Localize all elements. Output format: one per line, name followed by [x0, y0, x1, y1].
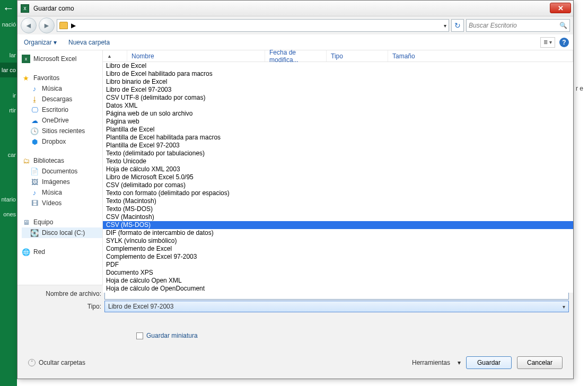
col-name[interactable]: Nombre: [127, 50, 265, 62]
back-arrow-icon[interactable]: ←: [0, 0, 17, 17]
nav-forward-button[interactable]: ►: [39, 17, 55, 33]
titlebar: Guardar como ✕: [17, 1, 573, 16]
new-folder-button[interactable]: Nueva carpeta: [68, 39, 110, 46]
save-button[interactable]: Guardar: [466, 356, 512, 369]
organize-menu[interactable]: Organizar ▾: [24, 39, 57, 46]
type-option[interactable]: Plantilla de Excel 97-2003: [103, 142, 573, 150]
type-option[interactable]: Texto Unicode: [103, 157, 573, 165]
breadcrumb-separator: ▶: [71, 22, 76, 29]
type-option[interactable]: Complemento de Excel 97-2003: [103, 253, 573, 261]
sidebar-item-favorites[interactable]: ★Favoritos: [22, 73, 102, 83]
ribbon-item[interactable]: ntario: [0, 192, 17, 207]
sidebar-item-localdisk[interactable]: 💽Disco local (C:): [22, 227, 102, 238]
sidebar-item-excel[interactable]: xMicrosoft Excel: [22, 54, 102, 64]
type-option[interactable]: SYLK (vínculo simbólico): [103, 237, 573, 245]
help-icon[interactable]: ?: [559, 38, 569, 47]
type-option[interactable]: Plantilla de Excel habilitada para macro…: [103, 134, 573, 142]
libraries-icon: 🗂: [22, 156, 30, 165]
sidebar-item-videos[interactable]: 🎞Vídeos: [22, 198, 102, 208]
address-dropdown-icon[interactable]: ▾: [444, 23, 446, 29]
col-size[interactable]: Tamaño: [388, 50, 573, 62]
search-icon: 🔍: [559, 22, 567, 29]
thumbnail-label: Guardar miniatura: [146, 332, 198, 339]
type-dropdown-list[interactable]: Libro de ExcelLibro de Excel habilitado …: [103, 62, 573, 293]
sidebar-item-music[interactable]: ♪Música: [22, 83, 102, 94]
ribbon-item[interactable]: rtir: [0, 103, 17, 118]
thumbnail-checkbox[interactable]: [136, 332, 143, 339]
images-icon: 🖼: [30, 178, 39, 186]
computer-icon: 🖥: [22, 218, 30, 226]
search-placeholder: Buscar Escritorio: [469, 22, 559, 29]
ribbon-item[interactable]: lar co: [0, 63, 17, 77]
type-option[interactable]: CSV UTF-8 (delimitado por comas): [103, 94, 573, 102]
type-option[interactable]: Libro de Excel habilitado para macros: [103, 70, 573, 78]
type-option[interactable]: PDF: [103, 261, 573, 269]
search-input[interactable]: Buscar Escritorio 🔍: [466, 19, 570, 32]
type-option[interactable]: Página web: [103, 118, 573, 126]
col-date[interactable]: Fecha de modifica...: [265, 50, 327, 62]
type-option[interactable]: DIF (formato de intercambio de datos): [103, 229, 573, 237]
sidebar-item-desktop[interactable]: 🖵Escritorio: [22, 104, 102, 115]
ribbon-item[interactable]: lar: [0, 48, 17, 63]
ribbon-item[interactable]: ones: [0, 207, 17, 222]
star-icon: ★: [22, 74, 30, 82]
type-option[interactable]: Texto con formato (delimitado por espaci…: [103, 189, 573, 197]
type-option[interactable]: Hoja de cálculo Open XML: [103, 277, 573, 285]
downloads-icon: ⭳: [30, 95, 39, 103]
sidebar-item-music2[interactable]: ♪Música: [22, 187, 102, 198]
refresh-button[interactable]: ↻: [451, 19, 464, 32]
type-option[interactable]: Texto (MS-DOS): [103, 205, 573, 213]
cancel-button[interactable]: Cancelar: [517, 356, 563, 369]
chevron-down-icon: ▾: [458, 359, 461, 366]
chevron-down-icon: ▾: [563, 304, 565, 310]
sidebar-item-dropbox[interactable]: ⬢Dropbox: [22, 136, 102, 147]
type-option[interactable]: Libro de Excel: [103, 62, 573, 70]
sidebar-item-onedrive[interactable]: ☁OneDrive: [22, 115, 102, 126]
address-bar[interactable]: ▶ ▾: [57, 19, 449, 32]
close-button[interactable]: ✕: [550, 3, 571, 13]
excel-app-icon: [21, 4, 29, 13]
documents-icon: 📄: [30, 167, 39, 176]
chevron-up-icon: ˄: [28, 359, 36, 366]
type-option[interactable]: Documento XPS: [103, 269, 573, 277]
type-option[interactable]: Texto (delimitado por tabulaciones): [103, 150, 573, 157]
type-option[interactable]: Hoja de cálculo de OpenDocument: [103, 285, 573, 293]
drive-icon: 💽: [30, 229, 39, 237]
type-option[interactable]: CSV (MS-DOS): [103, 221, 573, 229]
type-option[interactable]: CSV (delimitado por comas): [103, 181, 573, 189]
ribbon-item[interactable]: car: [0, 147, 17, 162]
type-option[interactable]: Hoja de cálculo XML 2003: [103, 165, 573, 173]
col-checkbox[interactable]: ▲: [103, 50, 127, 62]
type-value: Libro de Excel 97-2003: [108, 303, 173, 310]
nav-back-button[interactable]: ◄: [21, 17, 37, 33]
col-type[interactable]: Tipo: [327, 50, 388, 62]
type-option[interactable]: Página web de un solo archivo: [103, 110, 573, 118]
tools-menu[interactable]: Herramientas ▾: [412, 359, 461, 366]
type-option[interactable]: Libro de Microsoft Excel 5.0/95: [103, 173, 573, 181]
hide-folders-button[interactable]: ˄ Ocultar carpetas: [28, 359, 85, 366]
videos-icon: 🎞: [30, 199, 39, 207]
type-option[interactable]: Libro binario de Excel: [103, 78, 573, 86]
type-option[interactable]: Complemento de Excel: [103, 245, 573, 253]
ribbon-item[interactable]: ir: [0, 88, 17, 103]
dialog-toolbar: Organizar ▾ Nueva carpeta ≣ ▾ ?: [17, 34, 573, 50]
type-option[interactable]: CSV (Macintosh): [103, 213, 573, 221]
sidebar-item-libraries[interactable]: 🗂Bibliotecas: [22, 155, 102, 166]
type-label: Tipo:: [22, 303, 101, 310]
sidebar-item-equipo[interactable]: 🖥Equipo: [22, 217, 102, 227]
view-options-button[interactable]: ≣ ▾: [540, 37, 555, 48]
type-option[interactable]: Plantilla de Excel: [103, 126, 573, 134]
type-option[interactable]: Texto (Macintosh): [103, 197, 573, 205]
type-option[interactable]: Datos XML: [103, 102, 573, 110]
sidebar-item-recent[interactable]: 🕓Sitios recientes: [22, 126, 102, 136]
sidebar-item-documents[interactable]: 📄Documentos: [22, 166, 102, 177]
sidebar-item-downloads[interactable]: ⭳Descargas: [22, 94, 102, 104]
ribbon-item[interactable]: nació: [0, 17, 17, 32]
sort-glyph-icon: ▲: [107, 54, 112, 59]
sidebar-item-red[interactable]: 🌐Red: [22, 247, 102, 257]
type-option[interactable]: Libro de Excel 97-2003: [103, 86, 573, 94]
sidebar-item-images[interactable]: 🖼Imágenes: [22, 177, 102, 187]
nav-sidebar: xMicrosoft Excel ★Favoritos ♪Música ⭳Des…: [17, 50, 102, 285]
folder-icon: [59, 22, 68, 29]
type-combobox[interactable]: Libro de Excel 97-2003 ▾: [104, 301, 569, 312]
